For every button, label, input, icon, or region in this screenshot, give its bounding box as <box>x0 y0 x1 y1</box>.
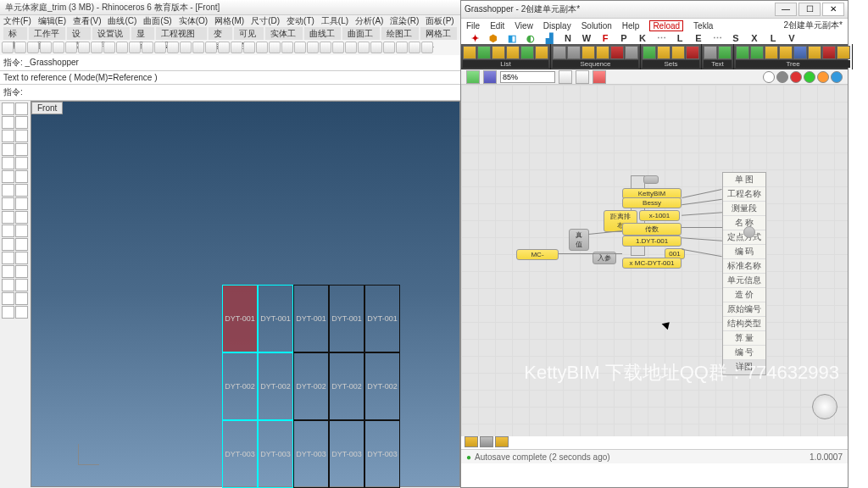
comp-icon[interactable] <box>463 46 476 59</box>
grid-cell[interactable]: DYT-003 <box>258 420 293 488</box>
comp-icon[interactable] <box>808 46 821 59</box>
grid-cell[interactable]: DYT-003 <box>293 420 329 488</box>
comp-icon[interactable] <box>765 46 778 59</box>
menu-render[interactable]: 渲染(R) <box>390 15 419 27</box>
gh-panel[interactable]: 单 图 工程名称 测量段 名 称 定点方式 编 码 标准名称 单元信息 造 价 … <box>722 172 766 375</box>
viewport-label[interactable]: Front <box>31 102 63 114</box>
gh-menu-help[interactable]: Help <box>622 21 640 30</box>
tool-icon[interactable] <box>15 265 28 278</box>
gh-canvas[interactable]: KettyBIM Bessy 距离排布 x-1001 传数 真值 1.DYT-0… <box>461 85 848 436</box>
comp-icon[interactable] <box>596 46 609 59</box>
toolbar-icon[interactable] <box>421 42 433 53</box>
toolbar-icon[interactable] <box>14 42 26 53</box>
toolbar-icon[interactable] <box>383 42 395 53</box>
rhino-tabs[interactable]: 标准 工作平面 设置 设置说明 显示 工程视图设置 变动 可见性 实体工具 曲线… <box>0 27 460 40</box>
gh-component[interactable]: 传数 <box>622 223 682 236</box>
gh-shortcut-icon[interactable]: ◧ <box>507 33 517 43</box>
tab-viewsetup[interactable]: 工程视图设置 <box>156 27 206 40</box>
grid-cell[interactable]: DYT-001 <box>364 285 400 352</box>
gh-shortcut-letter[interactable]: W <box>581 33 592 43</box>
menu-file[interactable]: 文件(F) <box>3 15 31 27</box>
tool-icon[interactable] <box>2 252 14 264</box>
comp-icon[interactable] <box>506 46 520 59</box>
gh-doc-tab[interactable] <box>465 436 478 447</box>
gh-component-tabs[interactable]: List Sequence Sets Text Tree <box>461 44 848 69</box>
gh-shortcut-row[interactable]: ✦ ⬢ ◧ ◐ ▟ N W F P K ⋯ L E ⋯ S X L V <box>461 32 848 44</box>
preview-off-icon[interactable] <box>763 71 775 83</box>
gh-menu-file[interactable]: File <box>466 21 480 30</box>
gh-doc-tab[interactable] <box>480 436 493 447</box>
comp-icon[interactable] <box>779 46 793 59</box>
gh-menu-display[interactable]: Display <box>543 21 571 30</box>
tool-icon[interactable] <box>15 252 28 264</box>
zoom-input[interactable] <box>500 71 555 83</box>
toolbar-icon[interactable] <box>281 42 293 53</box>
tool-icon[interactable] <box>2 116 14 129</box>
comp-icon[interactable] <box>750 46 764 59</box>
tool-icon[interactable] <box>2 211 14 224</box>
tool-icon[interactable] <box>15 184 28 197</box>
tool-icon[interactable] <box>15 157 28 169</box>
tab-meshtools[interactable]: 网格工具 <box>420 27 458 40</box>
menu-analyze[interactable]: 分析(A) <box>355 15 383 27</box>
comp-icon[interactable] <box>837 46 850 59</box>
gh-menubar[interactable]: File Edit View Display Solution Help Rel… <box>461 19 848 32</box>
tool-icon[interactable] <box>15 306 28 319</box>
tool-icon[interactable] <box>15 197 28 210</box>
comp-icon[interactable] <box>610 46 624 59</box>
grid-cell-selected[interactable]: DYT-001 <box>222 285 258 352</box>
toolbar-icon[interactable] <box>53 42 64 53</box>
tool-icon[interactable] <box>2 292 14 305</box>
toolbar-icon[interactable] <box>192 42 204 53</box>
gh-component[interactable]: Bessy <box>622 197 682 208</box>
grid-cell[interactable]: DYT-002 <box>293 352 329 420</box>
gh-shortcut-letter[interactable]: P <box>619 33 629 43</box>
gh-shortcut-icon[interactable]: ◐ <box>526 33 536 43</box>
close-button[interactable]: ✕ <box>822 3 844 16</box>
toolbar-icon[interactable] <box>40 42 52 53</box>
gh-capsule[interactable] <box>643 175 659 184</box>
toolbar-icon[interactable] <box>65 42 77 53</box>
toolbar-icon[interactable] <box>294 42 306 53</box>
menu-solid[interactable]: 实体(O) <box>179 15 208 27</box>
menu-tools[interactable]: 工具(L) <box>321 15 348 27</box>
comp-icon[interactable] <box>657 46 670 59</box>
tab-visibility[interactable]: 可见性 <box>234 27 264 40</box>
settings-icon[interactable] <box>831 71 843 83</box>
tool-icon[interactable] <box>2 184 14 197</box>
tool-icon[interactable] <box>15 103 28 115</box>
open-icon[interactable] <box>466 70 480 84</box>
toolbar-icon[interactable] <box>103 42 115 53</box>
gh-menu-view[interactable]: View <box>515 21 533 30</box>
toolbar-icon[interactable] <box>409 42 420 53</box>
comp-icon[interactable] <box>736 46 749 59</box>
grid-cell[interactable]: DYT-003 <box>364 420 400 488</box>
comp-icon[interactable] <box>477 46 491 59</box>
preview-shaded-icon[interactable] <box>790 71 802 83</box>
toolbar-icon[interactable] <box>243 42 255 53</box>
toolbar-icon[interactable] <box>116 42 128 53</box>
toolbar-icon[interactable] <box>332 42 344 53</box>
tool-icon[interactable] <box>15 279 28 291</box>
rhino-viewport[interactable]: Front DYT-001 DYT-001 DYT-001 DYT-001 DY… <box>31 101 460 487</box>
tab-solidtools[interactable]: 实体工具 <box>265 27 303 40</box>
grid-cell[interactable]: DYT-002 <box>364 352 400 420</box>
comp-icon[interactable] <box>718 46 732 59</box>
doc-preview-icon[interactable] <box>817 71 829 83</box>
grid-cell[interactable]: DYT-001 <box>329 285 364 352</box>
gh-tabgroup-sets[interactable]: Sets <box>641 44 702 69</box>
gh-shortcut-letter[interactable]: F <box>600 33 610 43</box>
tool-icon[interactable] <box>15 211 28 224</box>
tool-icon[interactable] <box>2 143 14 156</box>
toolbar-icon[interactable] <box>91 42 103 53</box>
tool-icon[interactable] <box>2 265 14 278</box>
tool-icon[interactable] <box>15 116 28 129</box>
gh-shortcut-letter[interactable]: L <box>675 33 685 43</box>
rhino-toolbar[interactable] <box>0 40 460 55</box>
model-grid[interactable]: DYT-001 DYT-001 DYT-001 DYT-001 DYT-001 … <box>222 285 400 488</box>
toolbar-icon[interactable] <box>396 42 408 53</box>
gh-shortcut-letter[interactable]: N <box>563 33 573 43</box>
gh-tabgroup-text[interactable]: Text <box>702 44 734 69</box>
toolbar-icon[interactable] <box>27 42 39 53</box>
tab-setdesc[interactable]: 设置说明 <box>92 27 130 40</box>
